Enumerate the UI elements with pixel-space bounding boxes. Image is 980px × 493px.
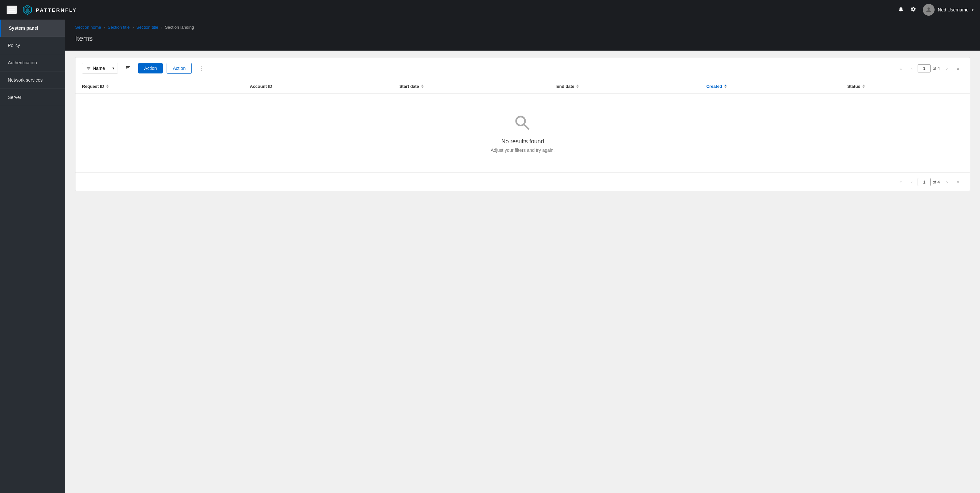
data-table: Request ID Account ID [75,79,970,173]
content-area: Name ▾ Action Action ⋮ [65,51,980,198]
breadcrumb-separator-2: › [132,25,134,30]
topnav-right: Ned Username ▾ [898,4,974,16]
sidebar-item-label: Authentication [8,60,37,65]
main-content: Section home › Section title › Section t… [65,20,980,493]
breadcrumb-section-home[interactable]: Section home [75,25,101,30]
breadcrumb-current: Section landing [165,25,194,30]
sidebar-item-label: System panel [9,25,38,31]
svg-marker-2 [26,8,29,13]
sidebar-item-network-services[interactable]: Network services [0,71,65,89]
bottom-page-last-button[interactable]: » [953,177,963,187]
avatar [923,4,935,16]
bottom-page-of-label: of 4 [931,179,941,184]
table-body: No results found Adjust your filters and… [75,94,970,173]
brand-name: PATTERNFLY [36,7,77,13]
col-end-date-sort[interactable] [576,84,579,88]
page-last-button[interactable]: » [953,63,963,73]
col-request-id-label: Request ID [82,84,104,89]
empty-state-row: No results found Adjust your filters and… [75,94,970,173]
no-results-search-icon [513,113,533,133]
user-dropdown-button[interactable]: ▾ [972,8,974,12]
breadcrumb-separator-1: › [104,25,105,30]
notifications-button[interactable] [898,6,904,14]
page-number-input[interactable]: 1 [918,64,931,73]
col-account-id: Account ID [243,79,393,94]
filter-label: Name [93,66,105,71]
user-info: Ned Username ▾ [923,4,974,16]
filter-group: Name ▾ [82,63,118,74]
kebab-icon: ⋮ [199,65,205,71]
sort-icon [126,65,130,70]
bottom-page-first-button[interactable]: « [896,177,906,187]
user-name-label: Ned Username [938,7,969,13]
col-created-label: Created [706,84,722,89]
col-account-id-label: Account ID [250,84,272,89]
empty-state: No results found Adjust your filters and… [75,94,970,173]
top-pagination: « ‹ 1 of 4 › » [896,63,963,73]
sidebar: System panel Policy Authentication Netwo… [0,20,65,493]
bottom-page-next-button[interactable]: › [942,177,952,187]
filter-button[interactable]: Name [82,63,109,73]
bottom-page-number-input[interactable]: 1 [918,178,931,186]
page-prev-button[interactable]: ‹ [907,63,917,73]
sidebar-item-policy[interactable]: Policy [0,37,65,54]
col-end-date-label: End date [556,84,574,89]
bottom-page-prev-button[interactable]: ‹ [907,177,917,187]
empty-state-cell: No results found Adjust your filters and… [75,94,970,173]
gear-icon [910,6,916,12]
col-created-sort[interactable] [724,84,727,88]
page-of-label: of 4 [931,66,941,71]
patternfly-logo-icon [22,5,33,15]
sidebar-item-server[interactable]: Server [0,89,65,106]
col-start-date-label: Start date [399,84,419,89]
filter-dropdown-button[interactable]: ▾ [109,63,118,73]
empty-state-subtitle: Adjust your filters and try again. [491,147,555,153]
col-request-id-sort[interactable] [106,84,109,88]
top-navigation: PATTERNFLY Ned Username ▾ [0,0,980,20]
page-first-button[interactable]: « [896,63,906,73]
breadcrumb-section-title-2[interactable]: Section title [136,25,158,30]
action-secondary-button[interactable]: Action [167,63,192,74]
sidebar-item-authentication[interactable]: Authentication [0,54,65,71]
col-created: Created [700,79,841,94]
settings-button[interactable] [910,6,916,14]
col-start-date: Start date [393,79,550,94]
col-status-sort[interactable] [862,84,865,88]
bottom-pagination: « ‹ 1 of 4 › » [75,173,970,191]
breadcrumb: Section home › Section title › Section t… [75,25,970,30]
toolbar: Name ▾ Action Action ⋮ [75,57,970,79]
col-status-label: Status [847,84,861,89]
empty-state-title: No results found [501,138,544,145]
col-start-date-sort[interactable] [421,84,424,88]
sort-button[interactable] [122,62,134,75]
col-status: Status [841,79,970,94]
col-end-date: End date [550,79,700,94]
sidebar-item-system-panel[interactable]: System panel [0,20,65,37]
sidebar-item-label: Server [8,95,21,100]
sidebar-item-label: Policy [8,43,20,48]
filter-icon [86,66,91,71]
table-card: Name ▾ Action Action ⋮ [75,57,970,191]
logo-container: PATTERNFLY [22,5,77,15]
table-header-row: Request ID Account ID [75,79,970,94]
kebab-menu-button[interactable]: ⋮ [196,62,208,75]
user-avatar-icon [925,6,932,13]
hamburger-menu-button[interactable] [6,6,17,14]
sidebar-item-label: Network services [8,78,43,82]
breadcrumb-separator-3: › [161,25,162,30]
action-primary-button[interactable]: Action [138,63,163,73]
table-header: Request ID Account ID [75,79,970,94]
page-next-button[interactable]: › [942,63,952,73]
col-request-id: Request ID [75,79,243,94]
bell-icon [898,6,904,12]
topnav-left: PATTERNFLY [6,5,77,15]
page-header: Section home › Section title › Section t… [65,20,980,51]
breadcrumb-section-title-1[interactable]: Section title [108,25,130,30]
page-title: Items [75,34,970,43]
